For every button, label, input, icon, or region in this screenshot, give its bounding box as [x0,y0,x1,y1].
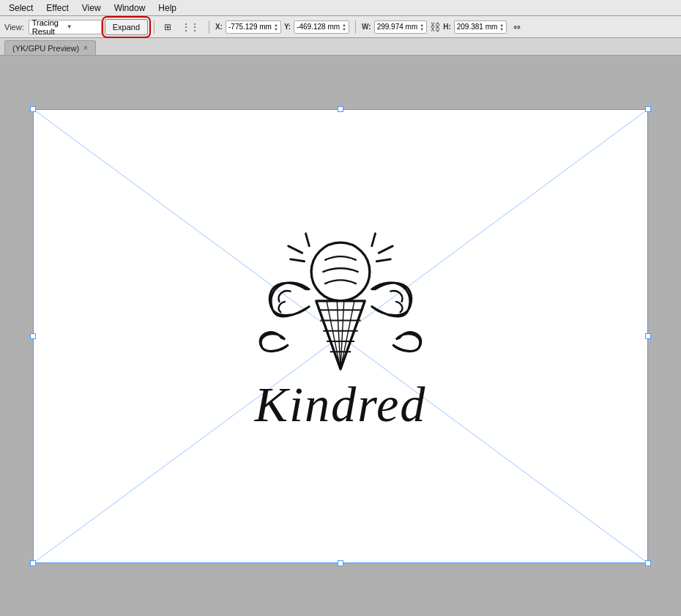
handle-middle-left[interactable] [30,333,36,339]
w-coord-label: W: [362,23,371,31]
toolbar: View: Tracing Result ▼ Expand ⊞ ⋮⋮ X: -7… [0,16,681,38]
tab-close-button[interactable]: × [83,45,88,52]
w-spinners: ▲ ▼ [420,23,424,31]
svg-point-8 [311,242,370,301]
svg-line-3 [289,245,302,253]
dropdown-arrow-icon: ▼ [67,23,98,30]
svg-line-2 [306,233,310,245]
x-spinners: ▲ ▼ [274,23,278,31]
x-coord-input[interactable]: -775.129 mm ▲ ▼ [226,21,281,34]
expand-button[interactable]: Expand [105,19,148,35]
x-coord-value: -775.129 mm [228,23,272,31]
handle-top-left[interactable] [30,106,36,112]
handle-middle-right[interactable] [645,333,651,339]
artboard: Kindred [33,109,648,563]
separator-1 [154,21,155,34]
svg-line-7 [376,259,390,261]
w-spin-down[interactable]: ▼ [420,27,424,31]
svg-line-6 [379,245,392,253]
x-spin-down[interactable]: ▼ [274,27,278,31]
y-coord-input[interactable]: -469.128 mm ▲ ▼ [294,21,349,34]
separator-3 [355,21,356,34]
tracing-result-value: Tracing Result [32,18,64,36]
handle-bottom-left[interactable] [30,560,36,566]
w-coord-input[interactable]: 299.974 mm ▲ ▼ [374,21,428,34]
menu-window[interactable]: Window [108,1,152,15]
menu-effect[interactable]: Effect [40,1,74,15]
y-coord-value: -469.128 mm [297,23,340,31]
view-label: View: [4,23,24,31]
y-spin-down[interactable]: ▼ [342,27,346,31]
h-spin-down[interactable]: ▼ [499,27,504,31]
chain-link-icon[interactable]: ⛓ [430,21,440,33]
y-spinners: ▲ ▼ [342,23,346,31]
svg-line-4 [291,259,305,261]
separator-2 [209,21,209,34]
transform-icon-btn[interactable]: ⊞ [160,20,175,34]
handle-top-center[interactable] [338,106,343,112]
canvas-area[interactable]: Kindred [0,56,681,616]
svg-line-5 [372,233,376,245]
handle-top-right[interactable] [645,106,651,112]
h-spinners: ▲ ▼ [499,23,504,31]
tab-yk-gpu-preview[interactable]: (YK/GPU Preview) × [4,40,96,55]
menu-bar: Select Effect View Window Help [0,0,681,16]
tab-bar: (YK/GPU Preview) × [0,38,681,56]
handle-bottom-center[interactable] [338,560,343,566]
h-coord-label: H: [443,23,451,31]
tracing-result-dropdown[interactable]: Tracing Result ▼ [29,20,102,34]
transform-options-icon[interactable]: ⇔ [510,20,524,34]
menu-view[interactable]: View [76,1,107,15]
w-coord-value: 299.974 mm [377,23,418,31]
y-coord-label: Y: [284,23,291,31]
menu-help[interactable]: Help [152,1,182,15]
tab-label: (YK/GPU Preview) [12,44,79,53]
align-icon-btn[interactable]: ⋮⋮ [178,20,203,34]
h-coord-value: 209.381 mm [457,23,498,31]
artwork-logo: Kindred [201,198,480,463]
h-coord-input[interactable]: 209.381 mm ▲ ▼ [454,21,507,34]
x-coord-label: X: [215,23,223,31]
handle-bottom-right[interactable] [645,560,651,566]
kindred-text: Kindred [254,376,427,432]
menu-select[interactable]: Select [3,1,39,15]
